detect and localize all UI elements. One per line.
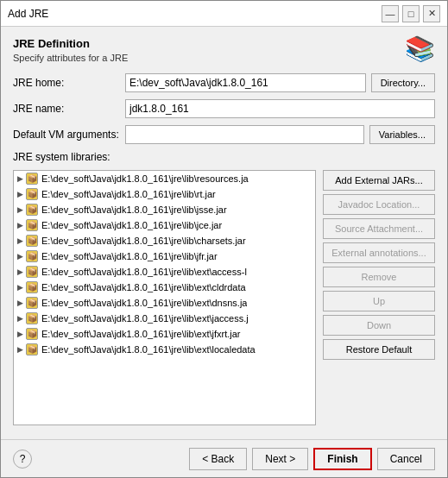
expand-icon: ▶ xyxy=(17,314,23,323)
expand-icon: ▶ xyxy=(17,221,23,230)
library-path: E:\dev_soft\Java\jdk1.8.0_161\jre\lib\ex… xyxy=(41,329,241,339)
footer: ? < Back Next > Finish Cancel xyxy=(1,439,447,477)
source-attachment-button[interactable]: Source Attachment... xyxy=(323,218,435,239)
list-item[interactable]: ▶📦E:\dev_soft\Java\jdk1.8.0_161\jre\lib\… xyxy=(14,202,315,217)
list-item[interactable]: ▶📦E:\dev_soft\Java\jdk1.8.0_161\jre\lib\… xyxy=(14,342,315,357)
titlebar: Add JRE — □ ✕ xyxy=(1,1,447,27)
expand-icon: ▶ xyxy=(17,236,23,245)
list-item[interactable]: ▶📦E:\dev_soft\Java\jdk1.8.0_161\jre\lib\… xyxy=(14,233,315,248)
window-title: Add JRE xyxy=(8,8,48,20)
directory-button[interactable]: Directory... xyxy=(371,73,435,92)
expand-icon: ▶ xyxy=(17,330,23,338)
libraries-section: ▶📦E:\dev_soft\Java\jdk1.8.0_161\jre\lib\… xyxy=(13,170,435,425)
expand-icon: ▶ xyxy=(17,205,23,214)
library-path: E:\dev_soft\Java\jdk1.8.0_161\jre\lib\jf… xyxy=(41,251,218,261)
add-jre-window: Add JRE — □ ✕ JRE Definition Specify att… xyxy=(0,0,448,478)
jar-icon: 📦 xyxy=(26,297,38,309)
jre-name-row: JRE name: xyxy=(13,99,435,118)
list-item[interactable]: ▶📦E:\dev_soft\Java\jdk1.8.0_161\jre\lib\… xyxy=(14,264,315,280)
jre-name-input[interactable] xyxy=(125,99,435,118)
add-external-jars-button[interactable]: Add External JARs... xyxy=(323,170,435,191)
libraries-label: JRE system libraries: xyxy=(13,151,435,163)
external-annotations-button[interactable]: External annotations... xyxy=(323,242,435,263)
library-path: E:\dev_soft\Java\jdk1.8.0_161\jre\lib\ex… xyxy=(41,298,247,308)
library-path: E:\dev_soft\Java\jdk1.8.0_161\jre\lib\ex… xyxy=(41,313,249,324)
jar-icon: 📦 xyxy=(26,312,38,324)
maximize-button[interactable]: □ xyxy=(402,5,420,22)
jar-icon: 📦 xyxy=(26,328,38,340)
jre-home-label: JRE home: xyxy=(13,77,125,89)
list-item[interactable]: ▶📦E:\dev_soft\Java\jdk1.8.0_161\jre\lib\… xyxy=(14,171,315,186)
back-button[interactable]: < Back xyxy=(189,448,247,470)
list-item[interactable]: ▶📦E:\dev_soft\Java\jdk1.8.0_161\jre\lib\… xyxy=(14,248,315,264)
list-item[interactable]: ▶📦E:\dev_soft\Java\jdk1.8.0_161\jre\lib\… xyxy=(14,295,315,311)
jar-icon: 📦 xyxy=(26,266,38,278)
up-button[interactable]: Up xyxy=(323,291,435,311)
titlebar-controls: — □ ✕ xyxy=(382,5,440,22)
next-button[interactable]: Next > xyxy=(252,448,308,470)
main-content: JRE Definition Specify attributes for a … xyxy=(1,27,447,432)
jre-name-label: JRE name: xyxy=(13,103,125,115)
list-item[interactable]: ▶📦E:\dev_soft\Java\jdk1.8.0_161\jre\lib\… xyxy=(14,186,315,202)
footer-right: < Back Next > Finish Cancel xyxy=(189,448,435,470)
jre-home-row: JRE home: Directory... xyxy=(13,73,435,92)
minimize-button[interactable]: — xyxy=(382,5,399,22)
expand-icon: ▶ xyxy=(17,345,23,354)
javadoc-location-button[interactable]: Javadoc Location... xyxy=(323,194,435,215)
jar-icon: 📦 xyxy=(26,235,38,247)
down-button[interactable]: Down xyxy=(323,315,435,336)
expand-icon: ▶ xyxy=(17,283,23,292)
library-path: E:\dev_soft\Java\jdk1.8.0_161\jre\lib\ch… xyxy=(41,236,246,246)
books-icon: 📚 xyxy=(405,37,435,61)
library-path: E:\dev_soft\Java\jdk1.8.0_161\jre\lib\jc… xyxy=(41,220,222,230)
header-section: JRE Definition Specify attributes for a … xyxy=(13,37,435,63)
library-path: E:\dev_soft\Java\jdk1.8.0_161\jre\lib\re… xyxy=(41,173,249,184)
cancel-button[interactable]: Cancel xyxy=(377,448,435,470)
expand-icon: ▶ xyxy=(17,299,23,307)
jar-icon: 📦 xyxy=(26,343,38,355)
close-button[interactable]: ✕ xyxy=(423,5,440,22)
library-path: E:\dev_soft\Java\jdk1.8.0_161\jre\lib\ex… xyxy=(41,267,247,277)
expand-icon: ▶ xyxy=(17,174,23,183)
library-path: E:\dev_soft\Java\jdk1.8.0_161\jre\lib\ex… xyxy=(41,344,256,355)
libraries-left: ▶📦E:\dev_soft\Java\jdk1.8.0_161\jre\lib\… xyxy=(13,170,316,425)
expand-icon: ▶ xyxy=(17,190,23,198)
restore-default-button[interactable]: Restore Default xyxy=(323,339,435,360)
remove-button[interactable]: Remove xyxy=(323,267,435,287)
library-path: E:\dev_soft\Java\jdk1.8.0_161\jre\lib\js… xyxy=(41,204,227,215)
jar-icon: 📦 xyxy=(26,281,38,293)
list-item[interactable]: ▶📦E:\dev_soft\Java\jdk1.8.0_161\jre\lib\… xyxy=(14,217,315,233)
page-title: JRE Definition xyxy=(13,37,128,50)
vm-args-input[interactable] xyxy=(125,125,364,144)
library-path: E:\dev_soft\Java\jdk1.8.0_161\jre\lib\ex… xyxy=(41,282,246,292)
libraries-list[interactable]: ▶📦E:\dev_soft\Java\jdk1.8.0_161\jre\lib\… xyxy=(13,170,316,425)
jar-icon: 📦 xyxy=(26,219,38,231)
libraries-right: Add External JARs... Javadoc Location...… xyxy=(323,170,435,425)
expand-icon: ▶ xyxy=(17,267,23,276)
finish-button[interactable]: Finish xyxy=(313,448,371,470)
footer-left: ? xyxy=(13,450,32,469)
jar-icon: 📦 xyxy=(26,173,38,185)
list-item[interactable]: ▶📦E:\dev_soft\Java\jdk1.8.0_161\jre\lib\… xyxy=(14,280,315,295)
vm-args-label: Default VM arguments: xyxy=(13,129,125,141)
help-button[interactable]: ? xyxy=(13,450,32,469)
jar-icon: 📦 xyxy=(26,204,38,216)
jar-icon: 📦 xyxy=(26,188,38,200)
jar-icon: 📦 xyxy=(26,250,38,262)
list-item[interactable]: ▶📦E:\dev_soft\Java\jdk1.8.0_161\jre\lib\… xyxy=(14,311,315,326)
list-item[interactable]: ▶📦E:\dev_soft\Java\jdk1.8.0_161\jre\lib\… xyxy=(14,326,315,342)
jre-home-input[interactable] xyxy=(125,73,366,92)
page-subtitle: Specify attributes for a JRE xyxy=(13,53,128,63)
expand-icon: ▶ xyxy=(17,252,23,261)
header-text: JRE Definition Specify attributes for a … xyxy=(13,37,128,63)
library-path: E:\dev_soft\Java\jdk1.8.0_161\jre\lib\rt… xyxy=(41,189,216,199)
vm-args-row: Default VM arguments: Variables... xyxy=(13,125,435,144)
variables-button[interactable]: Variables... xyxy=(369,125,435,144)
